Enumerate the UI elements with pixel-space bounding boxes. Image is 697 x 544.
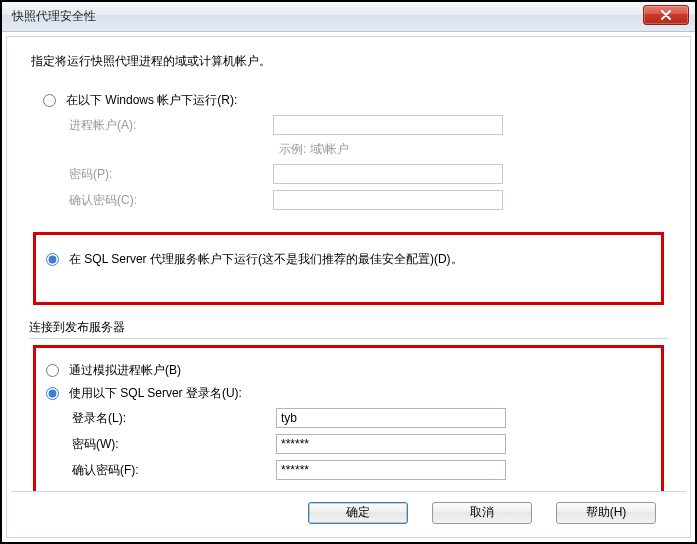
runas-password-label: 密码(P): — [63, 166, 273, 183]
window-title: 快照代理安全性 — [12, 8, 96, 25]
radio-windows-account-label: 在以下 Windows 帐户下运行(R): — [66, 92, 237, 109]
radio-sqlagent[interactable] — [46, 253, 59, 266]
connect-section-label: 连接到发布服务器 — [29, 319, 668, 336]
radio-impersonate[interactable] — [46, 364, 59, 377]
radio-sqlagent-label: 在 SQL Server 代理服务帐户下运行(这不是我们推荐的最佳安全配置)(D… — [69, 251, 463, 268]
radio-impersonate-label: 通过模拟进程帐户(B) — [69, 362, 181, 379]
connect-confirm-input[interactable] — [276, 460, 506, 480]
cancel-button[interactable]: 取消 — [432, 502, 532, 524]
titlebar: 快照代理安全性 — [2, 2, 695, 32]
button-bar: 确定 取消 帮助(H) — [11, 491, 686, 533]
close-button[interactable] — [643, 5, 689, 25]
inner-panel: 指定将运行快照代理进程的域或计算机帐户。 在以下 Windows 帐户下运行(R… — [11, 41, 686, 533]
radio-sqlagent-row[interactable]: 在 SQL Server 代理服务帐户下运行(这不是我们推荐的最佳安全配置)(D… — [46, 251, 651, 268]
login-row: 登录名(L): — [66, 408, 651, 428]
runas-confirm-label: 确认密码(C): — [63, 192, 273, 209]
radio-sqllogin-row[interactable]: 使用以下 SQL Server 登录名(U): — [46, 385, 651, 402]
radio-impersonate-row[interactable]: 通过模拟进程帐户(B) — [46, 362, 651, 379]
runas-password-row: 密码(P): — [63, 164, 654, 184]
runas-group: 在以下 Windows 帐户下运行(R): 进程帐户(A): 示例: 域\帐户 … — [33, 80, 664, 226]
runas-sqlagent-highlight: 在 SQL Server 代理服务帐户下运行(这不是我们推荐的最佳安全配置)(D… — [33, 232, 664, 305]
radio-sqllogin-label: 使用以下 SQL Server 登录名(U): — [69, 385, 242, 402]
connect-confirm-label: 确认密码(F): — [66, 462, 276, 479]
connect-password-row: 密码(W): — [66, 434, 651, 454]
connect-highlight: 通过模拟进程帐户(B) 使用以下 SQL Server 登录名(U): 登录名(… — [33, 345, 664, 503]
process-account-input — [273, 115, 503, 135]
connect-confirm-row: 确认密码(F): — [66, 460, 651, 480]
process-account-label: 进程帐户(A): — [63, 117, 273, 134]
example-text: 示例: 域\帐户 — [279, 141, 349, 158]
radio-sqllogin[interactable] — [46, 387, 59, 400]
close-icon — [661, 10, 671, 20]
ok-button[interactable]: 确定 — [308, 502, 408, 524]
radio-windows-account-row[interactable]: 在以下 Windows 帐户下运行(R): — [43, 92, 654, 109]
client-area: 指定将运行快照代理进程的域或计算机帐户。 在以下 Windows 帐户下运行(R… — [6, 36, 691, 538]
instruction-text: 指定将运行快照代理进程的域或计算机帐户。 — [31, 53, 670, 70]
radio-windows-account[interactable] — [43, 94, 56, 107]
process-account-row: 进程帐户(A): — [63, 115, 654, 135]
connect-password-input[interactable] — [276, 434, 506, 454]
runas-confirm-input — [273, 190, 503, 210]
login-input[interactable] — [276, 408, 506, 428]
example-row: 示例: 域\帐户 — [63, 141, 654, 158]
runas-password-input — [273, 164, 503, 184]
dialog-window: 快照代理安全性 指定将运行快照代理进程的域或计算机帐户。 在以下 Windows… — [0, 0, 697, 544]
runas-confirm-row: 确认密码(C): — [63, 190, 654, 210]
help-button[interactable]: 帮助(H) — [556, 502, 656, 524]
section-divider — [29, 338, 668, 339]
connect-password-label: 密码(W): — [66, 436, 276, 453]
login-label: 登录名(L): — [66, 410, 276, 427]
